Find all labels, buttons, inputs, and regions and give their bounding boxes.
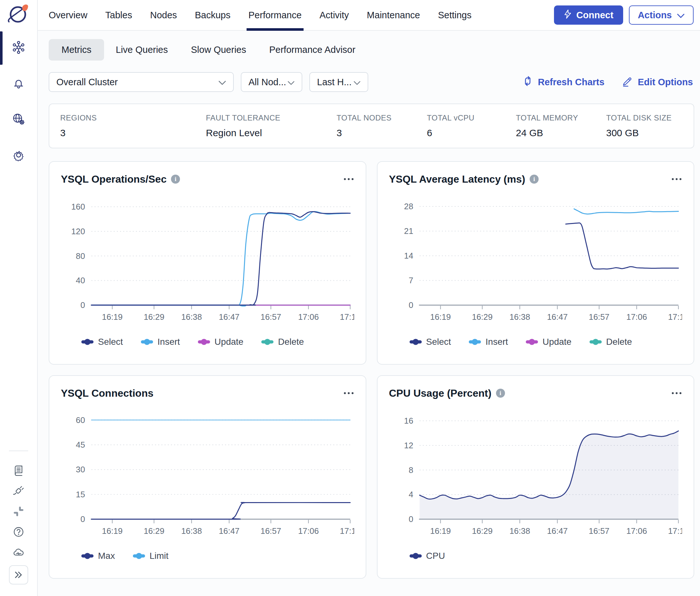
sidebar-item-expand[interactable] bbox=[0, 563, 37, 584]
legend-label: Update bbox=[542, 337, 571, 347]
tab-tables[interactable]: Tables bbox=[96, 0, 141, 30]
legend-marker bbox=[141, 340, 153, 344]
sidebar-item-slack[interactable] bbox=[0, 502, 37, 522]
filters-row: Overall Cluster All Nod... Last H... bbox=[49, 72, 694, 92]
info-icon[interactable]: i bbox=[171, 175, 180, 183]
legend-label: CPU bbox=[426, 551, 445, 561]
tab-activity[interactable]: Activity bbox=[311, 0, 358, 30]
chart-card-ysql-latency: YSQL Average Latency (ms) i 0714212816:1… bbox=[377, 161, 695, 365]
chart-menu-button[interactable] bbox=[343, 176, 354, 183]
legend-item-update[interactable]: Update bbox=[526, 337, 571, 347]
svg-text:16:29: 16:29 bbox=[472, 313, 492, 321]
ysql-latency-chart: 0714212816:1916:2916:3816:4716:5717:0617… bbox=[389, 195, 682, 332]
svg-text:14: 14 bbox=[404, 251, 413, 260]
info-icon[interactable]: i bbox=[496, 389, 505, 398]
legend-item-insert[interactable]: Insert bbox=[469, 337, 508, 347]
svg-text:15: 15 bbox=[76, 490, 85, 499]
legend-marker bbox=[410, 340, 422, 344]
sidebar-item-alerts[interactable] bbox=[0, 66, 37, 102]
cluster-icon bbox=[12, 41, 25, 55]
legend-item-update[interactable]: Update bbox=[198, 337, 243, 347]
edit-options-label: Edit Options bbox=[638, 77, 693, 88]
active-indicator bbox=[0, 31, 3, 65]
chart-header: YSQL Operations/Sec i bbox=[61, 170, 354, 188]
legend-item-delete[interactable]: Delete bbox=[590, 337, 632, 347]
refresh-charts-button[interactable]: Refresh Charts bbox=[522, 75, 604, 89]
sidebar-item-status[interactable] bbox=[0, 543, 37, 563]
sidebar-item-integrations[interactable] bbox=[0, 481, 37, 502]
tab-overview[interactable]: Overview bbox=[49, 0, 96, 30]
chart-card-cpu-usage: CPU Usage (Percent) i 048121616:1916:291… bbox=[377, 375, 695, 579]
legend-item-select[interactable]: Select bbox=[410, 337, 451, 347]
refresh-charts-label: Refresh Charts bbox=[538, 77, 604, 88]
stat-total-vcpu: TOTAL vCPU 6 bbox=[427, 114, 516, 139]
chart-menu-button[interactable] bbox=[671, 176, 682, 183]
svg-text:40: 40 bbox=[76, 276, 85, 285]
cluster-select[interactable]: Overall Cluster bbox=[49, 72, 234, 92]
chart-title: YSQL Average Latency (ms) bbox=[389, 173, 525, 185]
help-icon bbox=[12, 526, 25, 539]
nodes-select[interactable]: All Nod... bbox=[241, 72, 302, 92]
sidebar-item-settings[interactable] bbox=[0, 138, 37, 174]
stat-value: Region Level bbox=[206, 127, 337, 139]
subtab-metrics[interactable]: Metrics bbox=[49, 39, 104, 60]
time-range-select[interactable]: Last H... bbox=[309, 72, 368, 92]
sidebar-item-docs[interactable] bbox=[0, 461, 37, 481]
legend-label: Limit bbox=[150, 551, 168, 561]
chart-legend: CPU bbox=[410, 547, 682, 565]
stat-value: 24 GB bbox=[516, 127, 606, 139]
svg-text:0: 0 bbox=[80, 301, 85, 309]
cloud-status-icon bbox=[12, 546, 25, 560]
chart-header: YSQL Average Latency (ms) i bbox=[389, 170, 682, 188]
actions-label: Actions bbox=[638, 10, 672, 21]
svg-text:7: 7 bbox=[409, 276, 413, 285]
svg-text:21: 21 bbox=[404, 227, 413, 235]
svg-text:16:38: 16:38 bbox=[181, 313, 202, 321]
info-icon[interactable]: i bbox=[530, 175, 539, 183]
svg-text:16:47: 16:47 bbox=[219, 526, 239, 536]
time-select-value: Last H... bbox=[317, 77, 352, 88]
cluster-stats-bar: REGIONS 3 FAULT TOLERANCE Region Level T… bbox=[49, 103, 694, 148]
tab-performance[interactable]: Performance bbox=[239, 0, 311, 30]
legend-marker bbox=[469, 340, 481, 344]
svg-text:120: 120 bbox=[71, 227, 85, 236]
actions-button[interactable]: Actions bbox=[629, 5, 694, 25]
svg-text:12: 12 bbox=[404, 441, 413, 450]
expand-icon bbox=[9, 565, 28, 585]
svg-text:17:06: 17:06 bbox=[298, 526, 319, 536]
legend-label: Delete bbox=[278, 337, 304, 347]
legend-item-insert[interactable]: Insert bbox=[141, 337, 180, 347]
legend-item-max[interactable]: Max bbox=[81, 551, 115, 561]
sidebar-nav bbox=[0, 30, 37, 174]
sidebar-item-clusters[interactable] bbox=[0, 30, 37, 66]
tab-nodes[interactable]: Nodes bbox=[141, 0, 186, 30]
connect-button[interactable]: Connect bbox=[554, 5, 623, 25]
cluster-select-value: Overall Cluster bbox=[56, 77, 118, 88]
legend-item-delete[interactable]: Delete bbox=[261, 337, 304, 347]
subtab-slow-queries[interactable]: Slow Queries bbox=[179, 39, 257, 60]
svg-text:16:38: 16:38 bbox=[181, 526, 202, 536]
subtab-live-queries[interactable]: Live Queries bbox=[104, 39, 179, 60]
svg-text:16: 16 bbox=[404, 416, 413, 425]
tab-settings[interactable]: Settings bbox=[429, 0, 481, 30]
bell-icon bbox=[12, 77, 25, 91]
yugabyte-logo[interactable] bbox=[6, 3, 31, 24]
sidebar-item-network[interactable] bbox=[0, 102, 37, 138]
chart-card-ysql-connections: YSQL Connections 01530456016:1916:2916:3… bbox=[49, 375, 366, 579]
svg-text:16:19: 16:19 bbox=[102, 313, 123, 321]
chart-menu-button[interactable] bbox=[671, 390, 682, 397]
legend-item-cpu[interactable]: CPU bbox=[410, 551, 445, 561]
edit-options-button[interactable]: Edit Options bbox=[622, 75, 693, 89]
legend-label: Delete bbox=[606, 337, 632, 347]
tab-maintenance[interactable]: Maintenance bbox=[358, 0, 429, 30]
stat-regions: REGIONS 3 bbox=[60, 114, 206, 139]
legend-item-select[interactable]: Select bbox=[81, 337, 123, 347]
refresh-icon bbox=[522, 75, 534, 89]
svg-text:16:19: 16:19 bbox=[102, 526, 123, 536]
sidebar-item-help[interactable] bbox=[0, 522, 37, 543]
subtab-performance-advisor[interactable]: Performance Advisor bbox=[258, 39, 367, 60]
chart-menu-button[interactable] bbox=[343, 390, 354, 397]
tab-backups[interactable]: Backups bbox=[186, 0, 239, 30]
plug-icon bbox=[12, 485, 25, 498]
legend-item-limit[interactable]: Limit bbox=[133, 551, 168, 561]
